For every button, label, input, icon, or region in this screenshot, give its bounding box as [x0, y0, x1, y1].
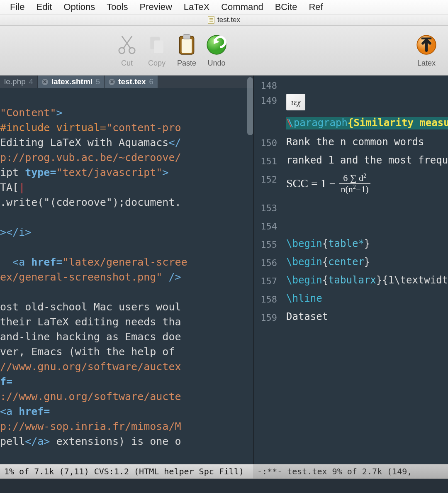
- tex-preview-icon: τεχ: [286, 94, 305, 110]
- tab-label: latex.shtml: [51, 77, 93, 86]
- modeline-left: 1% of 7.1k (7,11) CVS:1.2 (HTML helper S…: [0, 464, 253, 479]
- close-icon[interactable]: ✕: [42, 79, 48, 85]
- line-number: 155: [254, 234, 283, 249]
- right-pane[interactable]: 148 149 τεχ \\paragraph{Similarity measu: [253, 76, 448, 464]
- tab-latex-shtml[interactable]: ✕ latex.shtml 5: [38, 76, 105, 88]
- line-number: 157: [254, 271, 283, 286]
- line-number: [254, 114, 283, 120]
- tab-label: test.tex: [118, 77, 146, 86]
- svg-rect-9: [421, 38, 432, 39]
- cut-button[interactable]: Cut: [115, 33, 139, 68]
- menu-ref[interactable]: Ref: [309, 2, 323, 12]
- svg-point-1: [129, 48, 135, 54]
- paste-label: Paste: [177, 59, 196, 68]
- formula-preview: SCC = 1 − 6 ∑ d2 n(n2−1): [286, 173, 370, 195]
- left-pane[interactable]: le.php 4 ✕ latex.shtml 5 ✕ test.tex 6 "C…: [0, 76, 253, 464]
- line-number: 153: [254, 198, 283, 213]
- left-editor-content[interactable]: "Content"> #include virtual="content-pro…: [0, 88, 253, 464]
- toolbar: Cut Copy Paste Undo Latex: [0, 26, 448, 76]
- scrollbar-thumb[interactable]: [247, 77, 253, 135]
- window-titlebar: test.tex: [0, 14, 448, 26]
- tab-index: 6: [149, 78, 153, 86]
- editor-split: le.php 4 ✕ latex.shtml 5 ✕ test.tex 6 "C…: [0, 76, 448, 464]
- tab-le-php[interactable]: le.php 4: [0, 76, 38, 88]
- tab-index: 4: [29, 78, 33, 86]
- menu-bar: File Edit Options Tools Preview LaTeX Co…: [0, 0, 448, 14]
- line-number: 156: [254, 253, 283, 268]
- menu-edit[interactable]: Edit: [36, 2, 52, 12]
- modeline-right-text: -:**- test.tex 9% of 2.7k (149,: [257, 466, 412, 476]
- right-editor-content[interactable]: 148 149 τεχ \\paragraph{Similarity measu: [254, 76, 448, 326]
- tab-strip: le.php 4 ✕ latex.shtml 5 ✕ test.tex 6: [0, 76, 253, 88]
- latex-icon: [415, 33, 438, 56]
- line-number: 148: [254, 76, 283, 90]
- modeline-left-text: 1% of 7.1k (7,11) CVS:1.2 (HTML helper S…: [4, 466, 244, 476]
- line-number: 152: [254, 169, 283, 184]
- svg-rect-3: [154, 41, 163, 53]
- svg-rect-5: [182, 39, 192, 53]
- line-number: 159: [254, 308, 283, 322]
- paste-button[interactable]: Paste: [175, 33, 198, 68]
- copy-label: Copy: [148, 59, 166, 68]
- latex-button[interactable]: Latex: [415, 33, 438, 68]
- tab-label: le.php: [4, 77, 26, 86]
- clipboard-icon: [175, 33, 198, 56]
- tab-index: 5: [96, 78, 100, 86]
- undo-label: Undo: [207, 59, 225, 68]
- undo-icon: [205, 33, 228, 56]
- line-number: 154: [254, 216, 283, 231]
- menu-preview[interactable]: Preview: [140, 2, 172, 12]
- modeline-right: -:**- test.tex 9% of 2.7k (149,: [253, 464, 448, 479]
- menu-command[interactable]: Command: [221, 2, 263, 12]
- minibuffer[interactable]: [0, 479, 448, 493]
- undo-button[interactable]: Undo: [205, 33, 228, 68]
- menu-tools[interactable]: Tools: [107, 2, 128, 12]
- modelines: 1% of 7.1k (7,11) CVS:1.2 (HTML helper S…: [0, 464, 448, 479]
- copy-icon: [145, 33, 168, 56]
- line-number: 150: [254, 133, 283, 148]
- latex-label: Latex: [417, 59, 436, 68]
- menu-options[interactable]: Options: [63, 2, 95, 12]
- line-number: 151: [254, 151, 283, 166]
- menu-bcite[interactable]: BCite: [275, 2, 297, 12]
- svg-point-0: [119, 48, 125, 54]
- menu-file[interactable]: File: [10, 2, 24, 12]
- tab-test-tex[interactable]: ✕ test.tex 6: [105, 76, 158, 88]
- scissors-icon: [115, 33, 139, 56]
- line-number: 158: [254, 289, 283, 304]
- svg-rect-6: [183, 35, 190, 39]
- document-icon: [208, 16, 214, 24]
- window-title: test.tex: [217, 16, 240, 24]
- close-icon[interactable]: ✕: [109, 79, 115, 85]
- cut-label: Cut: [121, 59, 133, 68]
- menu-latex[interactable]: LaTeX: [184, 2, 209, 12]
- copy-button[interactable]: Copy: [145, 33, 168, 68]
- line-number: 149: [254, 90, 283, 105]
